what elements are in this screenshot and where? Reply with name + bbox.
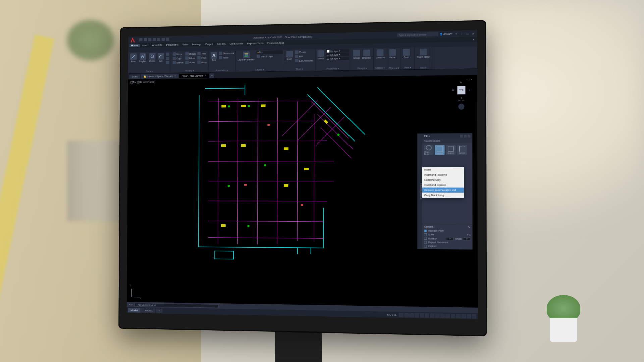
- clean-screen-icon[interactable]: [467, 314, 471, 318]
- ribbon-collapse-icon[interactable]: ▲: [472, 37, 476, 41]
- refresh-icon[interactable]: ↻: [468, 225, 470, 228]
- add-tab-button[interactable]: +: [209, 73, 214, 78]
- ctx-redefine-only[interactable]: Redefine Only: [422, 177, 464, 182]
- layer-properties-tool[interactable]: Layer Properties: [237, 51, 255, 61]
- qat-new-icon[interactable]: [139, 38, 143, 41]
- draw-extra-2[interactable]: [165, 56, 169, 60]
- osnap-toggle-icon[interactable]: [420, 313, 424, 318]
- block-thumb-1[interactable]: Chair - Desk: [424, 145, 434, 155]
- tab-addins[interactable]: Add-ins: [215, 42, 227, 45]
- ctx-remove-favorites[interactable]: Remove from Favorites List: [422, 187, 464, 192]
- tab-manage[interactable]: Manage: [190, 43, 203, 46]
- nav-wheel-icon[interactable]: [458, 104, 465, 110]
- palette-pin-icon[interactable]: [460, 135, 463, 137]
- opt-explode[interactable]: Explode: [424, 244, 471, 248]
- model-badge[interactable]: MODEL: [386, 313, 398, 316]
- qat-redo-icon[interactable]: [166, 38, 169, 41]
- compass-w[interactable]: W: [452, 89, 454, 91]
- create-block-tool[interactable]: Create: [294, 50, 314, 54]
- tab-express-tools[interactable]: Express Tools: [245, 42, 265, 45]
- array-tool[interactable]: Array: [197, 60, 207, 64]
- lineweight-dropdown[interactable]: — ByLayer ▾: [326, 53, 349, 57]
- tab-view[interactable]: View: [181, 43, 190, 46]
- tab-home[interactable]: Home: [129, 44, 140, 47]
- qat-undo-icon[interactable]: [162, 38, 165, 41]
- circle-tool[interactable]: Circle: [148, 52, 156, 63]
- lineweight-toggle-icon[interactable]: [430, 313, 434, 318]
- opt-rotation[interactable]: Rotation0Angle0: [424, 236, 471, 241]
- wcs-dropdown[interactable]: WCS ▾: [450, 99, 472, 102]
- close-tab-icon[interactable]: ✕: [174, 75, 176, 77]
- arc-tool[interactable]: Arc: [157, 52, 165, 63]
- linetype-dropdown[interactable]: ▬ ByLayer ▾: [326, 57, 349, 60]
- ctx-insert-explode[interactable]: Insert and Explode: [422, 182, 464, 187]
- add-layout-button[interactable]: +: [156, 308, 163, 313]
- user-account[interactable]: 👤 AKIAD ▾: [440, 33, 453, 36]
- annotation-scale-icon[interactable]: [440, 313, 445, 318]
- ctx-insert-redefine[interactable]: Insert and Redefine: [422, 172, 464, 177]
- start-tab[interactable]: Start: [129, 74, 140, 79]
- tab-output[interactable]: Output: [204, 42, 215, 45]
- compass-s[interactable]: S: [461, 97, 462, 99]
- viewcube[interactable]: − □ ✕ N S E W TOP WCS ▾: [450, 78, 472, 109]
- palette-filter[interactable]: Filter…: [424, 135, 433, 138]
- rotate-tool[interactable]: Rotate: [185, 52, 196, 56]
- qat-save-icon[interactable]: [148, 38, 152, 41]
- model-tab[interactable]: Model: [128, 308, 140, 312]
- tab-annotate[interactable]: Annotate: [151, 43, 164, 46]
- tab-collaborate[interactable]: Collaborate: [228, 42, 245, 45]
- cmd-close-icon[interactable]: ✕ ▸: [129, 303, 133, 306]
- block-thumb-2[interactable]: DESK2: [435, 145, 445, 155]
- otrack-toggle-icon[interactable]: [425, 313, 429, 318]
- dimension-tool[interactable]: Dimension: [219, 51, 234, 55]
- compass-e[interactable]: E: [469, 89, 470, 91]
- annotation-monitor-icon[interactable]: [451, 313, 455, 318]
- table-tool[interactable]: Table: [219, 55, 234, 60]
- copy-tool[interactable]: Copy: [172, 56, 184, 60]
- block-thumb-3[interactable]: INBOX: [446, 145, 456, 155]
- ctx-insert[interactable]: Insert: [422, 167, 464, 172]
- viewcube-face[interactable]: TOP: [457, 86, 466, 95]
- ctx-copy-image[interactable]: Copy Block Image: [422, 193, 464, 198]
- line-tool[interactable]: Line: [129, 53, 137, 63]
- color-dropdown[interactable]: ByLayer ▾: [326, 49, 349, 53]
- help-icon[interactable]: ?: [454, 32, 458, 36]
- text-tool[interactable]: AText: [210, 51, 218, 62]
- ungroup-tool[interactable]: Ungroup: [361, 49, 372, 60]
- hardware-accel-icon[interactable]: [461, 314, 466, 318]
- close-tab-icon[interactable]: ✕: [204, 74, 206, 77]
- block-thumb-4[interactable]: DOOR: [457, 145, 467, 155]
- stretch-tool[interactable]: Stretch: [172, 60, 184, 64]
- group-tool[interactable]: Group: [352, 49, 360, 60]
- trim-tool[interactable]: Trim: [197, 52, 207, 56]
- measure-tool[interactable]: Measure: [375, 49, 386, 60]
- edit-attributes-tool[interactable]: Edit Attributes: [294, 58, 314, 63]
- blocks-palette[interactable]: Favorite Blocks Filter… Favorite Blocks: [417, 133, 473, 250]
- maximize-button[interactable]: □: [465, 32, 469, 36]
- palette-close-icon[interactable]: [468, 135, 470, 137]
- transparency-toggle-icon[interactable]: [435, 313, 439, 318]
- match-layer-tool[interactable]: Match Layer: [256, 54, 283, 58]
- draw-extra-1[interactable]: [166, 52, 170, 56]
- tab-insert[interactable]: Insert: [140, 44, 150, 47]
- mirror-tool[interactable]: Mirror: [185, 56, 196, 60]
- snap-toggle-icon[interactable]: [404, 313, 409, 317]
- insert-block-tool[interactable]: Insert: [286, 50, 294, 61]
- polyline-tool[interactable]: Polyline: [138, 53, 147, 63]
- model-space-viewport[interactable]: [-][Top][2D Wireframe] − □ ✕ N S E W TOP…: [127, 75, 478, 308]
- minimize-button[interactable]: −: [460, 32, 464, 36]
- layer-dropdown[interactable]: ● 0 ▾: [256, 50, 283, 54]
- edit-block-tool[interactable]: Edit: [294, 54, 314, 58]
- ucs-icon[interactable]: X Y: [130, 286, 143, 299]
- touch-mode-tool[interactable]: Touch Mode: [416, 48, 430, 59]
- palette-spine[interactable]: Favorite Blocks: [417, 134, 422, 249]
- tab-featured-apps[interactable]: Featured Apps: [266, 41, 286, 44]
- qat-plot-icon[interactable]: [157, 38, 160, 41]
- isolate-icon[interactable]: [456, 314, 461, 318]
- paste-tool[interactable]: Paste: [388, 48, 396, 59]
- qat-open-icon[interactable]: [144, 38, 147, 41]
- qat-saveas-icon[interactable]: [153, 38, 156, 41]
- help-search-input[interactable]: Type a keyword or phrase: [397, 32, 438, 37]
- move-tool[interactable]: Move: [172, 52, 184, 56]
- palette-menu-icon[interactable]: [464, 135, 467, 137]
